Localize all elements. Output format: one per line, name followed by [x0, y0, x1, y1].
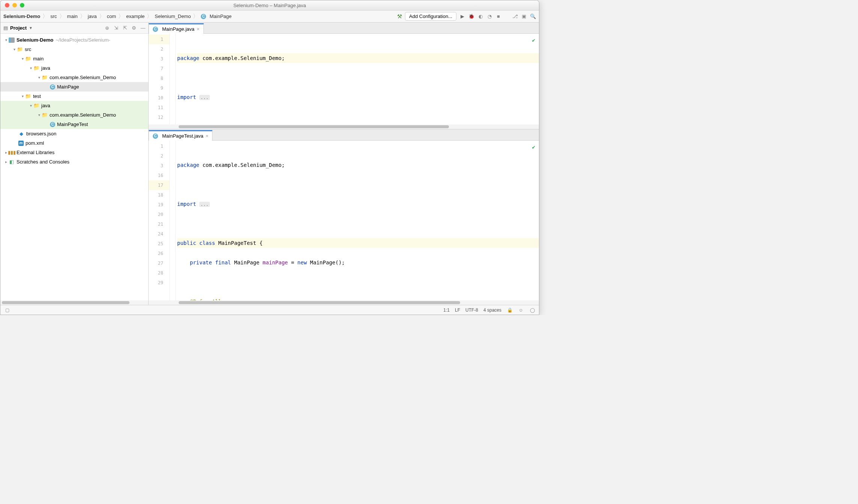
tree-item-test[interactable]: ▾📁 test — [0, 92, 148, 101]
stop-icon[interactable]: ■ — [495, 14, 501, 20]
code-editor[interactable]: ✔ package com.example.Selenium_Demo; imp… — [176, 141, 539, 300]
library-icon: ▮▮▮ — [9, 150, 15, 156]
tree-item-mainpage[interactable]: C MainPage — [0, 82, 148, 92]
tab-bar: C MainPageTest.java × — [149, 129, 539, 141]
tree-label: browsers.json — [26, 131, 56, 136]
scratch-icon: ◧ — [9, 159, 15, 165]
tree-item-mainpagetest[interactable]: C MainPageTest — [0, 120, 148, 129]
expand-icon[interactable]: ⇲ — [113, 25, 119, 31]
class-icon: C — [201, 14, 206, 19]
tab-bar: C MainPage.java × — [149, 22, 539, 34]
hide-icon[interactable]: — — [140, 25, 146, 31]
class-icon: C — [50, 122, 55, 127]
locate-icon[interactable]: ⊕ — [104, 25, 110, 31]
run-icon[interactable]: ▶ — [459, 14, 465, 20]
code-editor[interactable]: ✔ package com.example.Selenium_Demo; imp… — [176, 34, 539, 124]
tree-item-scratches[interactable]: ▸◧ Scratches and Consoles — [0, 157, 148, 166]
maximize-icon[interactable] — [20, 3, 24, 8]
fold-column[interactable] — [170, 141, 176, 300]
project-view-icon[interactable]: ▤ — [3, 25, 9, 31]
breadcrumb-item[interactable]: Selenium_Demo — [155, 14, 191, 19]
close-tab-icon[interactable]: × — [206, 133, 209, 139]
collapse-icon[interactable]: ⇱ — [122, 25, 128, 31]
git-icon[interactable]: ⎇ — [512, 14, 518, 20]
close-tab-icon[interactable]: × — [197, 26, 200, 32]
chevron-down-icon[interactable]: ▼ — [29, 26, 33, 30]
tree-item-src[interactable]: ▾📁 src — [0, 45, 148, 54]
lock-icon[interactable]: 🔒 — [507, 307, 513, 313]
breadcrumb-item[interactable]: src — [50, 14, 57, 19]
breadcrumb-item[interactable]: Selenium-Demo — [3, 14, 40, 19]
titlebar: Selenium-Demo – MainPage.java — [0, 0, 539, 10]
folder-icon: 📁 — [25, 93, 31, 99]
gutter[interactable]: 1 2 3 7 8 9 10 11 12 13 — [149, 34, 170, 124]
tree-label: MainPage — [57, 84, 79, 90]
breadcrumb-item[interactable]: com — [107, 14, 116, 19]
tree-root[interactable]: ▾ Selenium-Demo ~/IdeaProjects/Selenium- — [0, 35, 148, 45]
breadcrumb-item[interactable]: java — [88, 14, 97, 19]
breadcrumb-item[interactable]: example — [126, 14, 145, 19]
gear-icon[interactable]: ⚙ — [131, 25, 137, 31]
memory-icon[interactable]: ◯ — [529, 307, 535, 313]
cursor-position[interactable]: 1:1 — [443, 308, 450, 313]
analysis-ok-icon[interactable]: ✔ — [532, 142, 535, 152]
folder-icon: 📁 — [17, 46, 23, 52]
sidebar-title[interactable]: Project — [10, 25, 27, 31]
breadcrumbs: Selenium-Demo〉 src〉 main〉 java〉 com〉 exa… — [3, 13, 232, 20]
tab-label: MainPage.java — [162, 26, 194, 32]
editor-hscrollbar[interactable] — [149, 124, 539, 129]
tree-path: ~/IdeaProjects/Selenium- — [56, 37, 110, 43]
maven-icon: m — [18, 141, 24, 146]
project-sidebar: ▤ Project ▼ ⊕ ⇲ ⇱ ⚙ — ▾ Selenium-Demo ~/… — [0, 22, 149, 305]
tab-mainpagetest[interactable]: C MainPageTest.java × — [149, 130, 212, 141]
window-title: Selenium-Demo – MainPage.java — [233, 3, 306, 8]
class-icon: C — [153, 27, 158, 32]
analysis-ok-icon[interactable]: ✔ — [532, 35, 535, 45]
minimize-icon[interactable] — [12, 3, 17, 8]
class-icon: C — [153, 134, 158, 139]
build-icon[interactable]: ⚒ — [397, 13, 402, 20]
tree-label: com.example.Selenium_Demo — [50, 112, 116, 118]
tree-item-test-java[interactable]: ▾📁 java — [0, 101, 148, 110]
inspection-icon[interactable]: ☺ — [518, 307, 524, 313]
tree-item-java[interactable]: ▾📁 java — [0, 63, 148, 73]
fold-column[interactable] — [170, 34, 176, 124]
module-icon — [9, 38, 15, 43]
tree-item-browsers[interactable]: ◆ browsers.json — [0, 129, 148, 138]
tab-mainpage[interactable]: C MainPage.java × — [149, 23, 204, 34]
tool-window-icon[interactable]: ▢ — [4, 307, 10, 313]
tree-label: External Libraries — [17, 150, 54, 155]
run-config-select[interactable]: Add Configuration... — [405, 12, 456, 21]
editor-pane-top: C MainPage.java × 1 2 3 7 8 9 10 11 — [149, 22, 539, 129]
search-icon[interactable]: 🔍 — [530, 14, 536, 20]
tree-label: src — [25, 46, 31, 52]
breadcrumb-item[interactable]: MainPage — [209, 14, 232, 19]
tree-label: Scratches and Consoles — [17, 159, 69, 165]
structure-icon[interactable]: ▣ — [521, 14, 527, 20]
tab-label: MainPageTest.java — [162, 133, 203, 139]
tree-label: java — [41, 103, 50, 108]
profile-icon[interactable]: ◔ — [486, 14, 492, 20]
editor-hscrollbar[interactable] — [149, 300, 539, 305]
debug-icon[interactable]: 🐞 — [468, 14, 474, 20]
line-endings[interactable]: LF — [455, 308, 460, 313]
tree-item-test-package[interactable]: ▾📁 com.example.Selenium_Demo — [0, 110, 148, 120]
navbar: Selenium-Demo〉 src〉 main〉 java〉 com〉 exa… — [0, 10, 539, 22]
close-icon[interactable] — [5, 3, 9, 8]
sidebar-hscrollbar[interactable] — [0, 300, 148, 305]
tree-item-pom[interactable]: m pom.xml — [0, 138, 148, 148]
project-tree[interactable]: ▾ Selenium-Demo ~/IdeaProjects/Selenium-… — [0, 34, 148, 300]
tree-item-external-libs[interactable]: ▸▮▮▮ External Libraries — [0, 148, 148, 157]
breadcrumb-item[interactable]: main — [67, 14, 78, 19]
class-icon: C — [50, 84, 55, 90]
package-icon: 📁 — [42, 112, 48, 118]
gutter[interactable]: 1 2 3 16 17 18 19 20 21 24 25 26 27 28 — [149, 141, 170, 300]
coverage-icon[interactable]: ◐ — [477, 14, 483, 20]
indent[interactable]: 4 spaces — [483, 308, 501, 313]
encoding[interactable]: UTF-8 — [465, 308, 478, 313]
json-icon: ◆ — [18, 131, 24, 137]
tree-item-package[interactable]: ▾📁 com.example.Selenium_Demo — [0, 73, 148, 82]
tree-label: Selenium-Demo — [17, 37, 53, 43]
tree-item-main[interactable]: ▾📁 main — [0, 54, 148, 63]
status-bar: ▢ 1:1 LF UTF-8 4 spaces 🔒 ☺ ◯ — [0, 305, 539, 315]
